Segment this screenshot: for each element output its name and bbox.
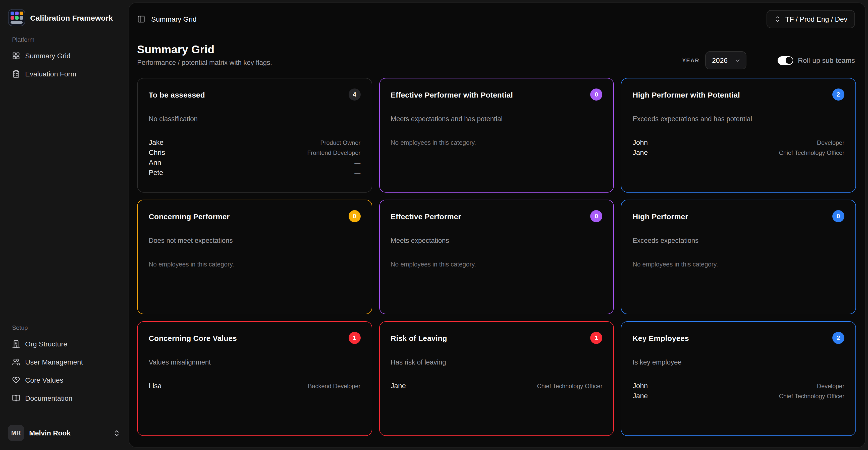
nav-group-label: Setup	[8, 324, 121, 331]
clipboard-list-icon	[12, 70, 20, 78]
team-switcher-button[interactable]: TF / Prod Eng / Dev	[767, 10, 855, 28]
user-menu[interactable]: MR Melvin Rook	[6, 423, 123, 443]
employee-role: Chief Technology Officer	[779, 149, 844, 157]
sidebar-item-label: Core Values	[25, 376, 63, 384]
avatar: MR	[8, 425, 24, 441]
building-icon	[12, 340, 20, 348]
sidebar: Calibration Framework Platform Summary G…	[0, 0, 129, 450]
card-description: Meets expectations	[391, 237, 602, 244]
employee-row: John Developer	[633, 382, 844, 392]
employee-row: Jane Chief Technology Officer	[633, 148, 844, 159]
year-value: 2026	[712, 56, 730, 64]
employee-name: Jane	[391, 382, 406, 390]
employee-name: Pete	[149, 168, 163, 176]
count-badge: 0	[590, 210, 602, 222]
card-title: Effective Performer	[391, 212, 461, 221]
chevrons-up-down-icon	[113, 429, 121, 437]
category-card-effective-performer-with-potential: Effective Performer with Potential 0 Mee…	[379, 78, 614, 193]
layout-grid-icon	[12, 52, 20, 60]
count-badge: 0	[590, 88, 602, 101]
category-card-high-performer-with-potential: High Performer with Potential 2 Exceeds …	[621, 78, 856, 193]
card-description: Does not meet expectations	[149, 237, 361, 244]
employee-name: Jake	[149, 138, 163, 146]
count-badge: 0	[832, 210, 844, 222]
employee-row: Ann —	[149, 159, 361, 168]
sidebar-item-org-structure[interactable]: Org Structure	[8, 336, 121, 352]
category-card-key-employees: Key Employees 2 Is key employee John Dev…	[621, 321, 856, 436]
nav-group-label: Platform	[8, 36, 121, 43]
employee-row: Jake Product Owner	[149, 138, 361, 148]
employee-role: Chief Technology Officer	[779, 393, 844, 400]
employee-name: Jane	[633, 392, 648, 400]
sidebar-item-label: User Management	[25, 358, 83, 366]
panel-left-icon[interactable]	[137, 15, 145, 23]
rollup-label: Roll-up sub-teams	[798, 56, 855, 64]
chevron-down-icon	[735, 57, 741, 64]
team-switcher-label: TF / Prod Eng / Dev	[785, 15, 847, 23]
sidebar-item-summary-grid[interactable]: Summary Grid	[8, 48, 121, 64]
card-title: High Performer	[633, 212, 688, 221]
heart-handshake-icon	[12, 376, 20, 384]
empty-category-text: No employees in this category.	[391, 139, 602, 146]
book-open-icon	[12, 394, 20, 402]
employee-role: Developer	[817, 383, 844, 390]
category-card-to-be-assessed: To be assessed 4 No classification Jake …	[137, 78, 372, 193]
employee-name: John	[633, 382, 648, 390]
card-description: Values misalignment	[149, 359, 361, 366]
card-title: High Performer with Potential	[633, 90, 740, 99]
app-title: Calibration Framework	[30, 13, 113, 22]
page-header: Summary Grid Performance / potential mat…	[129, 35, 865, 76]
page-title: Summary Grid	[137, 43, 272, 56]
employee-row: John Developer	[633, 138, 844, 148]
employee-name: John	[633, 138, 648, 146]
sidebar-item-label: Documentation	[25, 394, 72, 402]
card-description: Has risk of leaving	[391, 359, 602, 366]
empty-category-text: No employees in this category.	[391, 261, 602, 268]
card-description: Exceeds expectations	[633, 237, 844, 244]
sidebar-item-core-values[interactable]: Core Values	[8, 372, 121, 388]
main-panel: Summary Grid TF / Prod Eng / Dev Summary…	[129, 2, 866, 448]
employee-name: Ann	[149, 159, 161, 166]
employee-name: Chris	[149, 148, 165, 157]
user-name: Melvin Rook	[29, 429, 108, 437]
employee-row: Lisa Backend Developer	[149, 382, 361, 392]
card-title: Concerning Performer	[149, 212, 229, 221]
category-card-concerning-core-values: Concerning Core Values 1 Values misalign…	[137, 321, 372, 436]
category-card-risk-of-leaving: Risk of Leaving 1 Has risk of leaving Ja…	[379, 321, 614, 436]
category-card-effective-performer: Effective Performer 0 Meets expectations…	[379, 200, 614, 314]
year-select[interactable]: 2026	[706, 51, 747, 69]
app-brand: Calibration Framework	[8, 9, 113, 26]
empty-category-text: No employees in this category.	[149, 261, 361, 268]
category-card-high-performer: High Performer 0 Exceeds expectations No…	[621, 200, 856, 314]
employee-role: Chief Technology Officer	[537, 383, 602, 390]
app-logo-icon	[8, 9, 25, 26]
employee-name: Lisa	[149, 382, 161, 390]
summary-grid: To be assessed 4 No classification Jake …	[129, 76, 865, 444]
card-description: Is key employee	[633, 359, 844, 366]
year-label: YEAR	[682, 57, 700, 63]
card-title: Effective Performer with Potential	[391, 90, 513, 99]
topbar: Summary Grid TF / Prod Eng / Dev	[129, 3, 865, 35]
employee-role: —	[354, 159, 361, 166]
sidebar-item-label: Summary Grid	[25, 52, 70, 60]
sidebar-item-label: Org Structure	[25, 340, 67, 348]
employee-role: Backend Developer	[308, 383, 361, 390]
card-description: Exceeds expectations and has potential	[633, 115, 844, 123]
category-card-concerning-performer: Concerning Performer 0 Does not meet exp…	[137, 200, 372, 314]
count-badge: 0	[348, 210, 361, 222]
empty-category-text: No employees in this category.	[633, 261, 844, 268]
employee-role: Developer	[817, 139, 844, 146]
card-title: Risk of Leaving	[391, 334, 447, 342]
count-badge: 2	[832, 332, 844, 344]
card-title: Concerning Core Values	[149, 334, 237, 342]
sidebar-item-user-management[interactable]: User Management	[8, 354, 121, 370]
employee-row: Pete —	[149, 168, 361, 178]
rollup-toggle[interactable]	[778, 56, 794, 65]
employee-name: Jane	[633, 148, 648, 157]
employee-role: Product Owner	[320, 139, 361, 146]
sidebar-item-evaluation-form[interactable]: Evaluation Form	[8, 66, 121, 82]
count-badge: 1	[348, 332, 361, 344]
card-title: To be assessed	[149, 90, 205, 99]
sidebar-item-documentation[interactable]: Documentation	[8, 390, 121, 406]
count-badge: 1	[590, 332, 602, 344]
